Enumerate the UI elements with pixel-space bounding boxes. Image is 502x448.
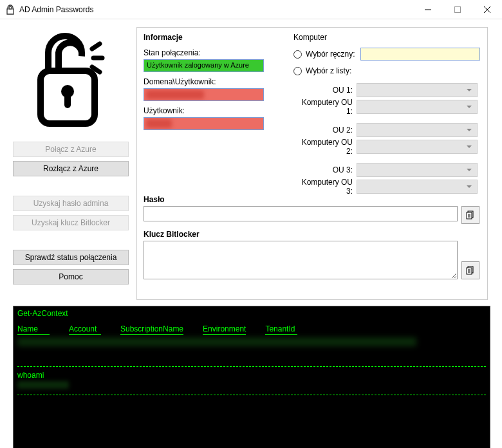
ou3-label: OU 3: <box>293 165 357 174</box>
user-label: Użytkownik: <box>144 106 269 115</box>
term-redacted-whoami <box>17 381 69 389</box>
comp-ou3-label: Komputery OU 3: <box>293 178 357 196</box>
term-col-environment: Environment <box>203 324 246 335</box>
ou1-label: OU 1: <box>293 86 357 95</box>
copy-password-button[interactable] <box>461 206 479 224</box>
comp-ou3-select[interactable] <box>357 180 478 194</box>
ou2-label: OU 2: <box>293 126 357 135</box>
comp-ou1-label: Komputery OU 1: <box>293 98 357 116</box>
comp-ou2-select[interactable] <box>357 140 478 154</box>
svg-rect-1 <box>455 6 461 12</box>
get-bitlocker-key-button: Uzyskaj klucz Bitlocker <box>13 215 129 230</box>
term-cmd2: whoami <box>17 371 486 380</box>
bitlocker-label: Klucz Bitlocker <box>144 230 479 239</box>
term-col-name: Name <box>17 324 50 335</box>
comp-ou1-select[interactable] <box>357 100 478 114</box>
svg-line-7 <box>92 44 100 49</box>
powershell-output[interactable]: Get-AzContext Name Account SubscriptionN… <box>13 306 490 448</box>
disconnect-azure-button[interactable]: Rozłącz z Azure <box>13 161 129 176</box>
term-cmd1: Get-AzContext <box>17 309 486 318</box>
get-admin-password-button: Uzyskaj hasło admina <box>13 196 129 211</box>
term-col-subscription: SubscriptionName <box>120 324 183 335</box>
user-value <box>144 117 264 130</box>
copy-bitlocker-button[interactable] <box>461 261 479 279</box>
domain-user-label: Domena\Użytkownik: <box>144 77 269 86</box>
lock-illustration-icon <box>29 27 106 130</box>
computer-group-title: Komputer <box>293 33 480 42</box>
help-button[interactable]: Pomoc <box>13 269 129 285</box>
maximize-button <box>443 0 472 19</box>
close-button[interactable] <box>472 0 502 19</box>
connection-state-value: Użytkownik zalogowany w Azure <box>144 59 264 72</box>
connection-state-label: Stan połączenia: <box>144 48 269 57</box>
minimize-button[interactable] <box>413 0 443 19</box>
svg-rect-6 <box>64 91 71 108</box>
list-choice-radio[interactable] <box>293 67 302 75</box>
manual-choice-radio[interactable] <box>293 50 302 59</box>
term-redacted-row <box>17 337 416 346</box>
manual-choice-label: Wybór ręczny: <box>306 50 355 59</box>
manual-computer-input[interactable] <box>360 48 480 61</box>
connect-azure-button: Połącz z Azure <box>13 142 129 157</box>
password-label: Hasło <box>144 195 479 204</box>
term-col-tenant: TenantId <box>265 324 297 335</box>
ou2-select[interactable] <box>357 123 478 137</box>
term-col-account: Account <box>69 324 101 335</box>
ou3-select[interactable] <box>357 163 478 177</box>
app-lock-icon <box>5 5 15 15</box>
bitlocker-output[interactable] <box>144 241 458 279</box>
list-choice-label: Wybór z listy: <box>306 66 351 75</box>
copy-icon <box>466 266 475 275</box>
password-output[interactable] <box>144 206 458 221</box>
check-connection-status-button[interactable]: Sprawdź status połączenia <box>13 250 129 265</box>
domain-user-value <box>144 88 264 101</box>
comp-ou2-label: Komputery OU 2: <box>293 138 357 156</box>
window-title: AD Admin Passwords <box>19 5 413 14</box>
copy-icon <box>466 210 475 219</box>
ou1-select[interactable] <box>357 83 478 97</box>
